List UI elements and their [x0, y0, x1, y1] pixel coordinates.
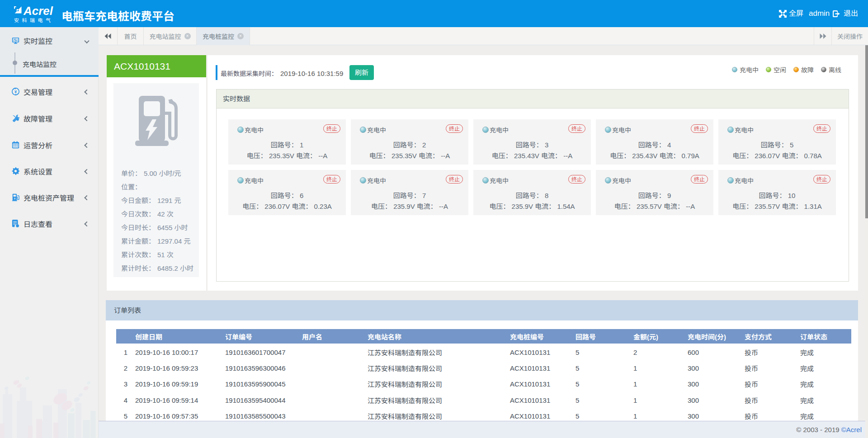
svg-text:¥: ¥ [14, 89, 17, 94]
